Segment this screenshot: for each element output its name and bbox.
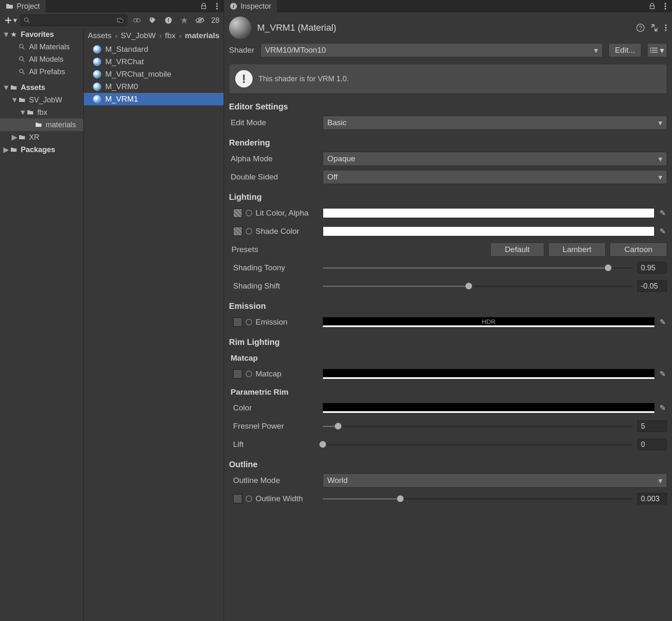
add-button[interactable]: ▾ [4,16,17,25]
lock-icon[interactable] [645,0,659,12]
list-menu-button[interactable]: ▾ [647,43,667,57]
shade-color-field[interactable] [323,226,655,236]
svg-text:?: ? [639,24,642,31]
texture-slot-icon[interactable] [233,494,242,503]
breadcrumb-item[interactable]: Assets [88,31,112,40]
outline-mode-dropdown[interactable]: World [323,473,667,488]
breadcrumb-item[interactable]: materials [185,31,219,40]
shading-shift-slider[interactable] [323,282,633,290]
shading-toony-slider[interactable] [323,264,633,272]
favorite-item[interactable]: All Models [0,53,83,65]
asset-item[interactable]: M_VRChat [84,56,224,68]
help-icon[interactable]: ? [636,24,645,32]
asset-item[interactable]: M_Standard [84,43,224,56]
eyedropper-icon[interactable]: ✎ [658,227,667,236]
texture-slot-icon[interactable] [233,318,242,327]
favorite-item[interactable]: All Prefabs [0,65,83,78]
asset-item-selected[interactable]: M_VRM1 [84,93,224,105]
material-preview-icon[interactable] [229,17,251,39]
svg-point-11 [19,44,23,48]
picker-circle-icon[interactable] [246,228,252,235]
picker-circle-icon[interactable] [246,210,252,216]
texture-slot-icon[interactable] [233,227,242,236]
visibility-hidden-icon[interactable] [194,15,206,26]
search-scope-icon[interactable] [117,17,124,24]
folder-item[interactable]: ▶XR [0,131,83,143]
inspector-tab[interactable]: i Inspector [224,0,277,12]
hidden-count: 28 [209,16,219,25]
folder-icon [10,84,17,91]
folder-icon [6,2,13,10]
search-icon [18,68,26,75]
eyedropper-icon[interactable]: ✎ [658,209,667,218]
breadcrumb-item[interactable]: SV_JobW [121,31,156,40]
edit-shader-button[interactable]: Edit... [609,43,641,57]
asset-item[interactable]: M_VRM0 [84,80,224,93]
lit-color-field[interactable] [323,208,655,218]
lift-value[interactable] [637,439,667,450]
project-tab-bar: Project [0,0,224,12]
lock-icon[interactable] [197,0,210,12]
kebab-icon[interactable] [210,0,224,12]
emission-title: Emission [229,301,667,311]
folder-item[interactable]: ▼fbx [0,106,83,119]
shader-dropdown[interactable]: VRM10/MToon10 [261,43,603,57]
texture-slot-icon[interactable] [233,209,242,218]
filter-log-icon[interactable]: ! [162,15,175,26]
kebab-icon[interactable] [659,0,672,12]
favorite-item[interactable]: All Materials [0,41,83,53]
picker-circle-icon[interactable] [246,371,252,377]
picker-circle-icon[interactable] [246,319,252,325]
matcap-color-field[interactable] [323,369,655,379]
project-search[interactable] [20,15,127,26]
rim-color-field[interactable] [323,403,655,413]
picker-circle-icon[interactable] [246,495,252,502]
outline-width-slider[interactable] [323,495,633,502]
eyedropper-icon[interactable]: ✎ [658,369,667,378]
project-tab-label: Project [17,2,40,11]
fresnel-power-slider[interactable] [323,422,633,430]
edit-mode-label: Edit Mode [229,118,319,127]
double-sided-dropdown[interactable]: Off [323,170,667,184]
folder-icon [27,109,34,116]
assets-root[interactable]: ▼Assets [0,81,83,94]
material-icon [93,95,101,103]
folder-item[interactable]: ▼SV_JobW [0,94,83,106]
filter-type-icon[interactable] [131,15,143,26]
edit-mode-dropdown[interactable]: Basic [323,116,667,130]
emission-color-field[interactable]: HDR [323,317,655,327]
info-icon: i [230,2,237,10]
shading-shift-value[interactable] [637,280,667,292]
svg-point-17 [665,5,666,7]
texture-slot-icon[interactable] [233,369,242,378]
preset-default-button[interactable]: Default [490,243,544,257]
svg-point-12 [19,57,23,61]
project-tab[interactable]: Project [0,0,46,12]
favorites-root[interactable]: ▼ ★ Favorites [0,28,83,41]
preset-cartoon-button[interactable]: Cartoon [610,243,667,257]
shader-label: Shader [229,46,255,55]
preset-lambert-button[interactable]: Lambert [548,243,606,257]
folder-icon [18,133,26,141]
preset-icon[interactable] [650,24,659,32]
svg-point-21 [665,24,667,26]
svg-point-6 [136,19,140,22]
asset-item[interactable]: M_VRChat_mobile [84,68,224,80]
eyedropper-icon[interactable]: ✎ [658,403,667,412]
folder-item-selected[interactable]: materials [0,119,83,131]
alpha-mode-dropdown[interactable]: Opaque [323,152,667,166]
breadcrumb[interactable]: Assets› SV_JobW› fbx› materials [84,28,224,43]
lift-slider[interactable] [323,441,633,448]
breadcrumb-item[interactable]: fbx [165,31,175,40]
eyedropper-icon[interactable]: ✎ [658,318,667,327]
kebab-icon[interactable] [665,24,667,32]
favorite-star-icon[interactable] [178,15,190,26]
outline-width-value[interactable] [637,493,667,505]
chevron-down-icon: ▾ [13,16,17,25]
filter-label-icon[interactable] [146,15,159,26]
material-title: M_VRM1 (Material) [257,22,336,33]
shading-toony-label: Shading Toony [229,263,319,272]
packages-root[interactable]: ▶Packages [0,143,83,156]
fresnel-power-value[interactable] [637,420,667,432]
shading-toony-value[interactable] [637,262,667,274]
